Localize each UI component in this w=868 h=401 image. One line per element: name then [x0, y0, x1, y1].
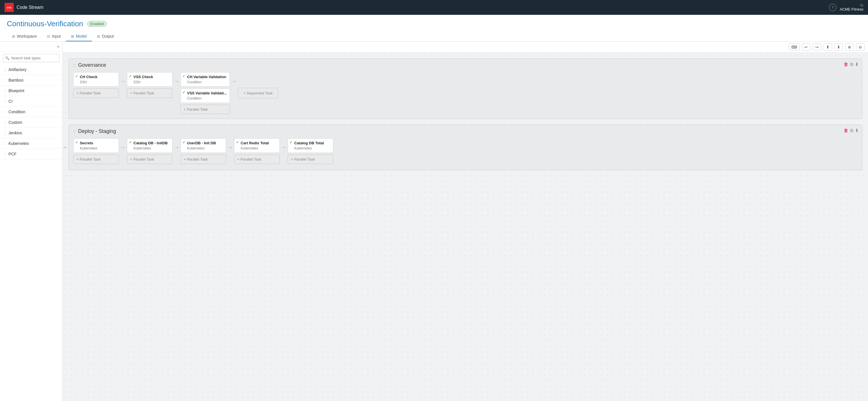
task-check-icon: ✔	[183, 90, 185, 94]
add-sequential-task-button[interactable]: + Sequential Task	[238, 88, 278, 98]
task-card-type: SSH	[133, 80, 169, 84]
task-card[interactable]: ✔ CH Variable Validation Condition	[181, 72, 230, 87]
app-brand: vm Code Stream	[5, 3, 43, 12]
zoom-in-button[interactable]: ⊕	[845, 43, 854, 51]
drag-handle-icon: ::	[4, 99, 6, 103]
task-card-title: UserDB - Init DB	[187, 141, 223, 145]
task-type-label: PCF	[8, 152, 17, 156]
stage-deploy-staging: → :: Deploy - Staging 🗑 ⧉ ⬇ ✔ Secrets Ku…	[68, 125, 862, 170]
task-card[interactable]: ✔ VSS Check SSH	[127, 72, 173, 87]
sidebar-item-kubernetes[interactable]: ::Kubernetes	[0, 138, 62, 149]
stage-drag-handle: ::	[73, 129, 76, 134]
stage-copy-button[interactable]: ⧉	[850, 62, 853, 67]
download-button[interactable]: ⬇	[834, 43, 843, 51]
connector-arrow: →	[226, 144, 234, 151]
connector-arrow: →	[119, 144, 127, 151]
connector-arrow: →	[119, 78, 127, 85]
tab-output[interactable]: ⊞ Output	[92, 32, 119, 41]
sidebar-item-ci[interactable]: ::CI	[0, 96, 62, 107]
task-card[interactable]: ✔ UserDB - Init DB Kubernetes	[181, 138, 226, 153]
task-card-title: Catalog DB Total	[294, 141, 330, 145]
add-parallel-task-button[interactable]: + Parallel Task	[127, 155, 173, 164]
main-layout: « 🔍 ::Artifactory::Bamboo::Blueprint::CI…	[0, 42, 868, 401]
task-card-type: Condition	[187, 96, 227, 100]
stage-content: ✔ Secrets Kubernetes + Parallel Task→ ✔ …	[73, 138, 858, 164]
task-check-icon: ✔	[183, 140, 185, 144]
tab-model[interactable]: ⊠ Model	[66, 32, 92, 41]
task-card-title: CH Variable Validation	[187, 75, 227, 79]
task-card[interactable]: ✔ CH Check SSH	[73, 72, 119, 87]
canvas-scroll[interactable]: :: Governance 🗑 ⧉ ⬇ ✔ CH Check SSH + Par…	[63, 53, 868, 401]
stage-copy-button[interactable]: ⧉	[850, 128, 853, 133]
keyboard-button[interactable]: ⌨	[789, 43, 800, 51]
task-card[interactable]: ✔ Secrets Kubernetes	[73, 138, 119, 153]
sidebar-item-bamboo[interactable]: ::Bamboo	[0, 75, 62, 86]
connector-arrow: →	[230, 78, 238, 85]
stage-download-button[interactable]: ⬇	[855, 62, 859, 67]
search-box: 🔍	[3, 54, 60, 62]
search-input[interactable]	[3, 54, 60, 62]
collapse-sidebar-button[interactable]: «	[57, 44, 60, 49]
stage-content: ✔ CH Check SSH + Parallel Task→ ✔ VSS Ch…	[73, 72, 858, 114]
undo-button[interactable]: ↩	[802, 43, 810, 51]
task-card-title: Catalog DB - InitDB	[133, 141, 169, 145]
sidebar-item-pcf[interactable]: ::PCF	[0, 149, 62, 159]
stage-header: :: Governance	[73, 62, 858, 68]
task-card-type: Kubernetes	[241, 146, 277, 150]
top-nav-right: ? Tir ACME Fitness	[829, 4, 863, 11]
tab-input[interactable]: ⊟ Input	[42, 32, 66, 41]
task-check-icon: ✔	[236, 140, 239, 144]
workspace-icon: ⊞	[12, 34, 15, 38]
task-card-title: CH Check	[80, 75, 116, 79]
task-card[interactable]: ✔ Cart Redis Total Kubernetes	[234, 138, 280, 153]
sidebar-header: «	[0, 42, 62, 52]
task-card[interactable]: ✔ Catalog DB Total Kubernetes	[288, 138, 333, 153]
stage-header: :: Deploy - Staging	[73, 128, 858, 134]
stage-delete-button[interactable]: 🗑	[844, 62, 848, 67]
drag-handle-icon: ::	[4, 131, 6, 135]
help-button[interactable]: ?	[829, 4, 836, 11]
add-parallel-task-button[interactable]: + Parallel Task	[181, 155, 226, 164]
task-group-3: ✔ Cart Redis Total Kubernetes + Parallel…	[234, 138, 280, 164]
task-card[interactable]: ✔ VSS Variable Validati... Condition	[181, 88, 230, 103]
add-parallel-task-button[interactable]: + Parallel Task	[288, 155, 333, 164]
task-check-icon: ✔	[129, 74, 132, 78]
page-title-row: Continuous-Verification Enabled	[7, 20, 861, 28]
sidebar-item-jenkins[interactable]: ::Jenkins	[0, 128, 62, 138]
task-group-1: ✔ Catalog DB - InitDB Kubernetes + Paral…	[127, 138, 173, 164]
stage-download-button[interactable]: ⬇	[855, 128, 859, 133]
task-card-title: VSS Variable Validati...	[187, 91, 227, 95]
sidebar: « 🔍 ::Artifactory::Bamboo::Blueprint::CI…	[0, 42, 63, 401]
stage-drag-handle: ::	[73, 63, 76, 68]
tenant-name: ACME Fitness	[840, 7, 863, 11]
redo-button[interactable]: ↪	[813, 43, 821, 51]
drag-handle-icon: ::	[4, 152, 6, 156]
task-type-label: Artifactory	[8, 67, 27, 72]
sidebar-item-custom[interactable]: ::Custom	[0, 117, 62, 128]
search-icon: 🔍	[5, 56, 9, 60]
zoom-out-button[interactable]: ⊖	[856, 43, 865, 51]
add-parallel-task-button[interactable]: + Parallel Task	[234, 155, 280, 164]
connector-arrow: →	[173, 144, 181, 151]
task-group-2: ✔ CH Variable Validation Condition ✔ VSS…	[181, 72, 230, 114]
add-parallel-task-button[interactable]: + Parallel Task	[127, 88, 173, 98]
upload-button[interactable]: ⬆	[824, 43, 832, 51]
task-card[interactable]: ✔ Catalog DB - InitDB Kubernetes	[127, 138, 173, 153]
task-type-label: Bamboo	[8, 78, 23, 83]
tab-workspace[interactable]: ⊞ Workspace	[7, 32, 42, 41]
task-group-4: ✔ Catalog DB Total Kubernetes + Parallel…	[288, 138, 333, 164]
vm-logo: vm	[5, 3, 14, 12]
drag-handle-icon: ::	[4, 141, 6, 146]
task-type-label: Custom	[8, 120, 22, 125]
add-parallel-task-button[interactable]: + Parallel Task	[181, 105, 230, 114]
task-check-icon: ✔	[183, 74, 185, 78]
sidebar-item-blueprint[interactable]: ::Blueprint	[0, 86, 62, 96]
sidebar-item-artifactory[interactable]: ::Artifactory	[0, 64, 62, 75]
add-parallel-task-button[interactable]: + Parallel Task	[73, 155, 119, 164]
task-group-0: ✔ CH Check SSH + Parallel Task	[73, 72, 119, 98]
tenant-info: Tir ACME Fitness	[840, 4, 863, 11]
sidebar-item-condition[interactable]: ::Condition	[0, 107, 62, 117]
tenant-label: Tir	[840, 4, 863, 7]
stage-delete-button[interactable]: 🗑	[844, 128, 848, 133]
add-parallel-task-button[interactable]: + Parallel Task	[73, 88, 119, 98]
